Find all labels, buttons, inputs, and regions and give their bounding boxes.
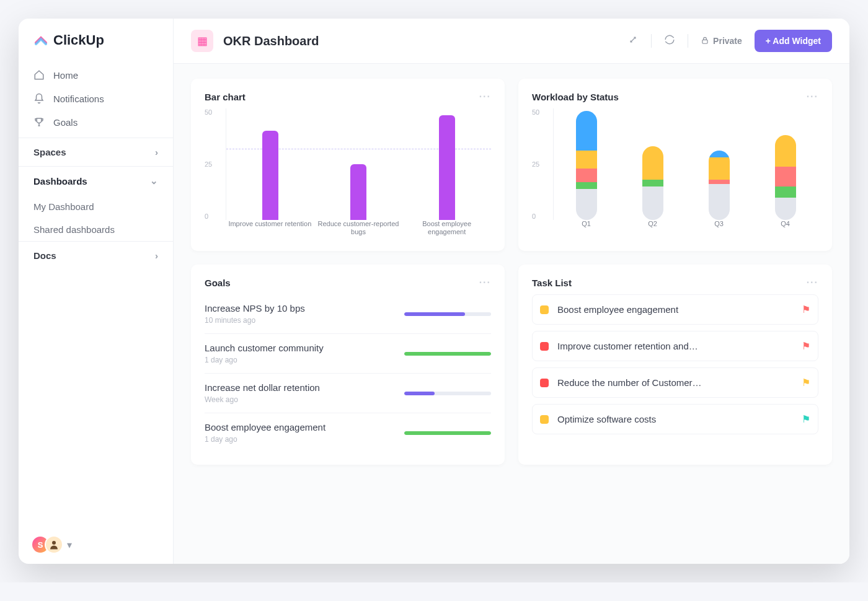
status-square-icon	[540, 305, 549, 314]
grid-icon: ▦	[197, 34, 208, 48]
card-title: Goals	[205, 278, 231, 288]
sidebar-item-label: Goals	[53, 117, 78, 128]
stacked-bar[interactable]	[576, 111, 597, 220]
add-widget-button[interactable]: + Add Widget	[755, 30, 832, 52]
brand-name: ClickUp	[53, 32, 104, 48]
goal-title: Boost employee engagement	[205, 422, 326, 432]
bell-icon	[33, 93, 45, 104]
goal-row[interactable]: Increase NPS by 10 bps 10 minutes ago	[205, 294, 491, 333]
task-label: Reduce the number of Customer…	[557, 377, 793, 388]
sidebar-item-home[interactable]: Home	[19, 63, 173, 87]
y-tick: 25	[532, 160, 549, 168]
stacked-bar[interactable]	[642, 146, 663, 220]
flag-icon[interactable]: ⚑	[802, 413, 810, 425]
bar[interactable]	[350, 164, 366, 220]
card-tasks: Task List ··· Boost employee engagement …	[518, 265, 832, 465]
clickup-logo-icon	[33, 33, 48, 48]
task-label: Optimize software costs	[557, 414, 793, 424]
divider	[651, 34, 652, 48]
x-label: Q3	[686, 220, 752, 239]
sidebar-section-docs[interactable]: Docs ›	[19, 241, 173, 270]
x-label: Boost employee engagement	[403, 220, 490, 239]
bar[interactable]	[439, 115, 455, 220]
status-square-icon	[540, 415, 549, 424]
x-label: Q1	[553, 220, 619, 239]
progress-bar	[404, 312, 491, 316]
goal-row[interactable]: Boost employee engagement 1 day ago	[205, 413, 491, 452]
lock-icon	[701, 36, 709, 46]
card-title: Task List	[532, 278, 572, 288]
bar-chart: 50 25 0 Improve customer retentionReduce…	[205, 108, 491, 239]
divider	[688, 34, 688, 48]
card-goals: Goals ··· Increase NPS by 10 bps 10 minu…	[191, 265, 505, 465]
x-label: Q4	[752, 220, 818, 239]
flag-icon[interactable]: ⚑	[802, 377, 810, 388]
progress-bar	[404, 352, 491, 356]
sidebar-item-label: Home	[53, 70, 78, 81]
privacy-toggle[interactable]: Private	[701, 36, 742, 46]
goal-row[interactable]: Launch customer community 1 day ago	[205, 333, 491, 373]
goal-subtitle: 10 minutes ago	[205, 316, 305, 325]
section-label: Dashboards	[33, 176, 87, 186]
topbar: ▦ OKR Dashboard Private + Add Widget	[174, 19, 849, 64]
card-more-icon[interactable]: ···	[479, 91, 491, 102]
avatar[interactable]	[45, 535, 63, 554]
goal-subtitle: Week ago	[205, 395, 320, 404]
dashboard-app-icon: ▦	[191, 30, 213, 52]
app-window: ClickUp Home Notifications Goals	[19, 19, 849, 564]
card-workload: Workload by Status ··· 50 25 0 Q1Q2Q3Q4	[518, 79, 832, 251]
dashboard-grid: Bar chart ··· 50 25 0 Improve customer r…	[174, 64, 849, 480]
sidebar-item-my-dashboard[interactable]: My Dashboard	[19, 195, 173, 218]
task-label: Boost employee engagement	[557, 304, 793, 315]
goal-subtitle: 1 day ago	[205, 435, 326, 444]
progress-bar	[404, 392, 491, 395]
sidebar-item-goals[interactable]: Goals	[19, 110, 173, 134]
x-label: Reduce customer-reported bugs	[314, 220, 402, 239]
privacy-label: Private	[713, 36, 742, 46]
user-avatars[interactable]: S ▾	[19, 525, 173, 564]
flag-icon[interactable]: ⚑	[802, 304, 810, 315]
y-tick: 50	[532, 108, 549, 116]
sidebar-item-shared-dashboards[interactable]: Shared dashboards	[19, 218, 173, 241]
home-icon	[33, 69, 45, 81]
status-square-icon	[540, 342, 549, 351]
sidebar-section-spaces[interactable]: Spaces ›	[19, 138, 173, 166]
chevron-right-icon: ›	[155, 250, 158, 261]
goal-title: Increase NPS by 10 bps	[205, 303, 305, 314]
sidebar-section-dashboards[interactable]: Dashboards ⌄	[19, 166, 173, 195]
goal-title: Increase net dollar retention	[205, 382, 320, 393]
y-tick: 0	[205, 213, 222, 220]
task-row[interactable]: Boost employee engagement ⚑	[532, 294, 818, 325]
section-label: Docs	[33, 250, 56, 261]
task-row[interactable]: Reduce the number of Customer… ⚑	[532, 367, 818, 398]
stacked-bar[interactable]	[775, 135, 796, 220]
page-title: OKR Dashboard	[223, 34, 319, 48]
progress-bar	[404, 431, 491, 435]
goal-row[interactable]: Increase net dollar retention Week ago	[205, 373, 491, 413]
stacked-bar-chart: 50 25 0 Q1Q2Q3Q4	[532, 108, 818, 239]
card-more-icon[interactable]: ···	[807, 277, 818, 288]
goal-title: Launch customer community	[205, 343, 324, 353]
chevron-down-icon: ⌄	[150, 175, 158, 186]
x-label: Q2	[619, 220, 686, 239]
task-row[interactable]: Improve customer retention and… ⚑	[532, 331, 818, 361]
bar[interactable]	[262, 131, 278, 220]
flag-icon[interactable]: ⚑	[802, 340, 810, 352]
refresh-icon[interactable]	[664, 34, 675, 48]
y-tick: 50	[205, 108, 222, 116]
sidebar-item-notifications[interactable]: Notifications	[19, 87, 173, 110]
caret-down-icon[interactable]: ▾	[67, 539, 72, 551]
expand-icon[interactable]	[627, 34, 639, 48]
svg-rect-1	[702, 40, 707, 43]
y-tick: 25	[205, 160, 222, 168]
card-title: Bar chart	[205, 92, 246, 102]
card-title: Workload by Status	[532, 92, 619, 102]
svg-point-0	[52, 541, 56, 545]
card-more-icon[interactable]: ···	[807, 91, 818, 102]
trophy-icon	[33, 116, 45, 128]
brand-logo[interactable]: ClickUp	[19, 19, 173, 59]
stacked-bar[interactable]	[709, 151, 730, 220]
card-bar-chart: Bar chart ··· 50 25 0 Improve customer r…	[191, 79, 505, 251]
card-more-icon[interactable]: ···	[479, 277, 491, 288]
task-row[interactable]: Optimize software costs ⚑	[532, 404, 818, 434]
